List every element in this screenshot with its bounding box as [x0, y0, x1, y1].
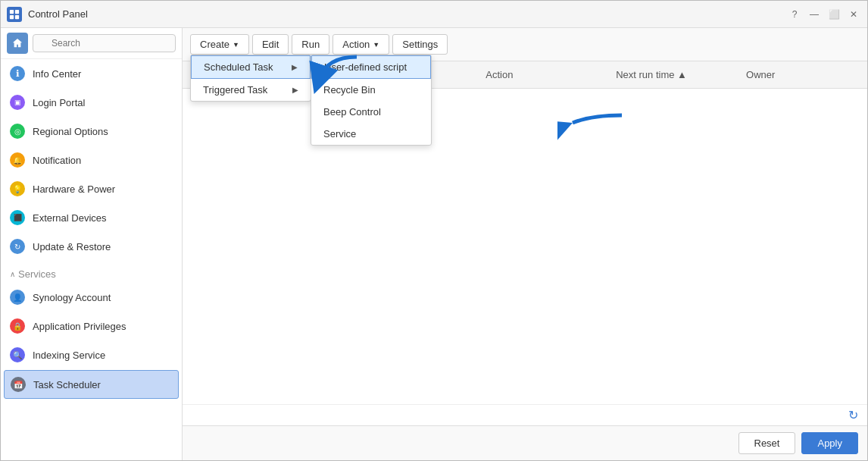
home-button[interactable]: [7, 33, 28, 54]
settings-button[interactable]: Settings: [392, 34, 448, 55]
help-button[interactable]: ?: [787, 7, 802, 22]
service-item[interactable]: Service: [311, 123, 431, 145]
app-icon: [7, 7, 22, 22]
action-button[interactable]: Action ▼: [333, 34, 389, 55]
svg-rect-0: [10, 9, 14, 13]
indexing-service-icon: 🔍: [10, 347, 25, 362]
sidebar-item-synology-account[interactable]: 👤 Synology Account: [1, 283, 182, 312]
titlebar: Control Panel ? — ⬜ ✕: [1, 1, 867, 28]
recycle-bin-item[interactable]: Recycle Bin: [311, 79, 431, 101]
sidebar-item-login-portal[interactable]: ▣ Login Portal: [1, 88, 182, 117]
col-owner: Owner: [737, 66, 867, 83]
svg-rect-1: [15, 9, 19, 13]
minimize-button[interactable]: —: [807, 7, 822, 22]
regional-options-icon: ◎: [10, 124, 25, 139]
sidebar: 🔍 ℹ Info Center ▣ Login Portal ◎ Regiona…: [1, 28, 183, 460]
application-privileges-icon: 🔒: [10, 318, 25, 334]
task-scheduler-icon: 📅: [11, 377, 26, 392]
hardware-power-icon: 💡: [10, 181, 25, 196]
footer: Reset Apply: [183, 425, 867, 460]
scheduled-task-submenu: User-defined script Recycle Bin Beep Con…: [311, 55, 432, 146]
edit-button[interactable]: Edit: [252, 34, 289, 55]
beep-control-item[interactable]: Beep Control: [311, 101, 431, 123]
window-title: Control Panel: [28, 8, 781, 20]
create-dropdown-menu: Scheduled Task ▶ User-defined script: [190, 55, 311, 102]
sidebar-item-indexing-service[interactable]: 🔍 Indexing Service: [1, 340, 182, 369]
apply-button[interactable]: Apply: [801, 432, 858, 454]
sidebar-item-task-scheduler[interactable]: 📅 Task Scheduler: [4, 370, 179, 399]
sidebar-item-label: Login Portal: [33, 97, 85, 108]
run-button[interactable]: Run: [292, 34, 329, 55]
update-restore-icon: ↻: [10, 239, 25, 254]
refresh-button[interactable]: ↻: [848, 408, 858, 422]
svg-rect-2: [10, 14, 14, 18]
main-area: Create ▼ Scheduled Task ▶: [183, 28, 867, 460]
services-label: Services: [18, 268, 56, 280]
sidebar-item-label: Application Privileges: [33, 321, 126, 332]
chevron-icon: ∧: [10, 270, 15, 278]
window-controls: ? — ⬜ ✕: [787, 7, 861, 22]
reset-button[interactable]: Reset: [738, 432, 796, 454]
scheduled-task-menu-item[interactable]: Scheduled Task ▶: [191, 55, 311, 79]
submenu-arrow-icon: ▶: [292, 63, 298, 71]
sidebar-item-label: Indexing Service: [33, 350, 105, 361]
sidebar-item-label: Hardware & Power: [33, 183, 115, 195]
sidebar-item-notification[interactable]: 🔔 Notification: [1, 146, 182, 174]
main-panel: Create ▼ Scheduled Task ▶: [183, 28, 867, 460]
login-portal-icon: ▣: [10, 95, 25, 110]
user-defined-script-item[interactable]: User-defined script: [311, 55, 431, 79]
sidebar-item-label: External Devices: [33, 212, 107, 224]
triggered-task-menu-item[interactable]: Triggered Task ▶: [191, 79, 311, 101]
sidebar-item-label: Regional Options: [33, 126, 108, 137]
col-action: Action: [476, 66, 607, 83]
svg-rect-3: [15, 14, 19, 18]
external-devices-icon: ⬛: [10, 210, 25, 225]
toolbar: Create ▼ Scheduled Task ▶: [183, 28, 867, 61]
info-center-icon: ℹ: [10, 66, 25, 81]
sidebar-item-update-restore[interactable]: ↻ Update & Restore: [1, 232, 182, 261]
col-next-run[interactable]: Next run time ▲: [607, 66, 737, 83]
table-body: [183, 89, 867, 404]
close-button[interactable]: ✕: [846, 7, 861, 22]
sidebar-item-label: Update & Restore: [33, 241, 111, 252]
sidebar-item-regional-options[interactable]: ◎ Regional Options: [1, 117, 182, 146]
action-dropdown-arrow: ▼: [373, 41, 379, 49]
triggered-submenu-arrow-icon: ▶: [292, 86, 298, 94]
maximize-button[interactable]: ⬜: [826, 7, 841, 22]
synology-account-icon: 👤: [10, 290, 25, 305]
sidebar-item-label: Notification: [33, 155, 81, 166]
sidebar-item-label: Info Center: [33, 68, 81, 80]
control-panel-window: Control Panel ? — ⬜ ✕ 🔍 ℹ: [0, 0, 868, 461]
notification-icon: 🔔: [10, 152, 25, 168]
create-button[interactable]: Create ▼: [190, 34, 249, 55]
scheduled-task-submenu-container: Scheduled Task ▶ User-defined script: [191, 55, 311, 79]
create-dropdown-arrow: ▼: [233, 41, 239, 49]
services-section: ∧ Services: [1, 261, 182, 283]
sidebar-item-label: Synology Account: [33, 292, 111, 303]
sidebar-search-input[interactable]: [33, 34, 176, 52]
create-dropdown-container: Create ▼ Scheduled Task ▶: [190, 34, 249, 55]
sidebar-item-info-center[interactable]: ℹ Info Center: [1, 59, 182, 88]
sidebar-item-external-devices[interactable]: ⬛ External Devices: [1, 203, 182, 232]
sidebar-item-application-privileges[interactable]: 🔒 Application Privileges: [1, 312, 182, 340]
sidebar-item-label: Task Scheduler: [33, 379, 101, 390]
main-content: 🔍 ℹ Info Center ▣ Login Portal ◎ Regiona…: [1, 28, 867, 460]
sidebar-item-hardware-power[interactable]: 💡 Hardware & Power: [1, 174, 182, 203]
